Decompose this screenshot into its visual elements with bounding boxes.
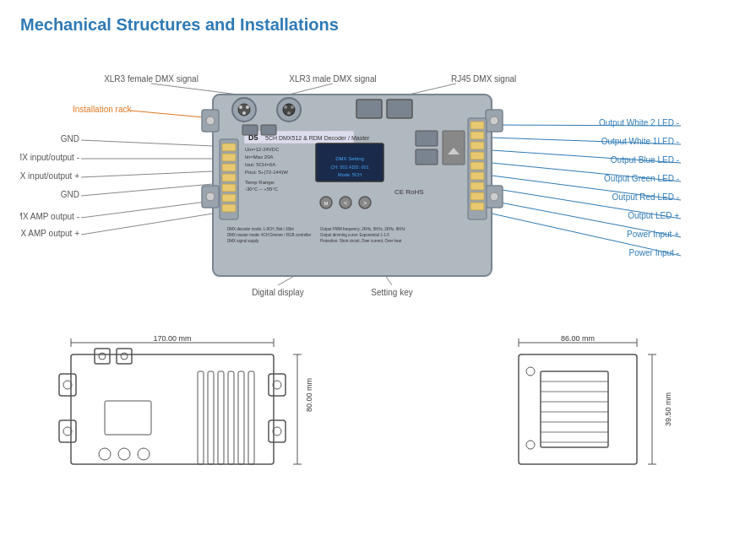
out-white2-label: Output White 2 LED - — [599, 118, 679, 127]
oled-display — [316, 143, 383, 181]
front-btn-1 — [99, 448, 111, 460]
sticker-block — [443, 131, 465, 165]
mount-left-top — [202, 110, 219, 132]
page-title: Mechanical Structures and Installations — [20, 15, 736, 35]
device-ch-text: 5CH DMX512 & RDM Decoder / Master — [265, 135, 370, 141]
conn-block-1 — [242, 125, 258, 135]
front-btn-2 — [118, 448, 130, 460]
xlr3-female-pin2 — [246, 105, 249, 109]
side-terminal-block — [541, 371, 608, 447]
out-red-line — [492, 176, 681, 200]
display-text1: DMX Setting — [335, 156, 364, 161]
in-terminal-7 — [222, 204, 236, 212]
xlr3-female-pin1 — [239, 105, 242, 109]
power-minus-label: Power Input - — [629, 248, 679, 257]
rj45-conn-left — [356, 100, 382, 118]
page: Mechanical Structures and Installations … — [0, 0, 756, 513]
gnd1-line — [81, 140, 213, 146]
terminal-1 — [470, 122, 484, 129]
xlr3-female-line — [151, 84, 238, 95]
main-diagram: XLR3 female DMX signal XLR3 male DMX sig… — [20, 46, 736, 325]
side-screw1 — [526, 367, 535, 376]
spec2: Iin=Max 20A — [245, 154, 274, 160]
mount-right-bottom-hole — [490, 192, 498, 201]
mount-left-top-hole — [206, 116, 215, 125]
gnd2-label: GND — [61, 190, 79, 199]
conn-block-2 — [261, 125, 276, 135]
in-terminal-4 — [222, 174, 236, 181]
desc5: Output dimming curve: Exponential 1-1-5 — [320, 233, 389, 237]
vent-slot-1 — [198, 371, 204, 464]
terminal-2 — [470, 132, 484, 139]
vent-slot-4 — [228, 371, 234, 464]
btn-left-label: < — [344, 200, 347, 206]
side-width-dim-label: 86.00 mm — [561, 334, 595, 343]
bottom-svg: 170.00 mm 80.00 mm 86. — [20, 333, 736, 498]
mount-right-top — [486, 110, 503, 132]
xlr3-female-inner — [238, 104, 250, 116]
spec3: Iout: 5CH×6A — [245, 162, 275, 167]
front-mount-left-top — [59, 374, 76, 396]
mount-right-bottom — [486, 186, 503, 208]
rj45-label: RJ45 DMX signal — [451, 74, 516, 84]
terminal-4 — [470, 152, 484, 160]
in-terminal-2 — [222, 154, 236, 161]
mount-right-top-hole — [490, 116, 498, 125]
installation-rack-label: Installation rack — [73, 105, 132, 114]
vent-slot-2 — [208, 371, 214, 464]
front-tab-mid-top — [117, 349, 132, 364]
terminal-7 — [470, 182, 484, 190]
display-text3: Mode: 5CH — [338, 172, 362, 177]
front-mount-right-bottom — [269, 420, 286, 442]
out-red-label: Output Red LED - — [612, 192, 679, 202]
device-body — [213, 95, 492, 276]
out-green-line — [492, 163, 681, 181]
terminal-3 — [470, 142, 484, 149]
side-screw2 — [526, 441, 535, 449]
out-white1-label: Output White 1LED - — [601, 137, 679, 146]
mount-left-bottom-hole — [206, 192, 215, 201]
front-tab-left-top — [95, 349, 110, 364]
dmx-block-1 — [416, 131, 438, 146]
desc2: DMX master mode: 4CH Dimmer / RGB contro… — [227, 233, 312, 237]
out-white1-line — [492, 138, 681, 144]
dmx-io-plus-label: DMX input/output + — [20, 171, 79, 181]
front-view-outline — [71, 354, 274, 464]
temp-range: Temp Range: — [245, 180, 275, 185]
power-plus-label: Power Input + — [627, 230, 679, 239]
power-minus-line — [492, 214, 681, 256]
vent-slot-3 — [218, 371, 224, 464]
front-tab-mid-top-hole — [121, 353, 128, 360]
mount-left-bottom — [202, 186, 219, 208]
desc4: Output PWM frequency: 2KHz, 5KHz, 2KHz, … — [320, 227, 406, 231]
out-led-plus-line — [492, 188, 681, 219]
front-tab-left-top-hole — [99, 353, 106, 360]
xlr3-male-inner — [283, 104, 295, 116]
rj45-line — [409, 84, 456, 95]
temp-value: -30°C ~ +55°C — [245, 187, 279, 192]
terminal-block-in — [220, 139, 238, 219]
out-green-label: Output Green LED - — [604, 174, 679, 183]
diagram-svg: XLR3 female DMX signal XLR3 male DMX sig… — [20, 46, 736, 325]
in-terminal-5 — [222, 184, 236, 192]
desc3: DMX signal supply — [227, 239, 259, 243]
gnd1-label: GND — [61, 134, 79, 143]
arrow-icon — [448, 148, 460, 154]
vent-slot-6 — [248, 371, 254, 464]
dmx-io-minus-label: DMX input/output - — [20, 153, 79, 162]
btn-m — [320, 197, 332, 208]
dmx-amp-plus-label: DMX AMP output + — [20, 229, 79, 238]
dmx-amp-minus-line — [81, 201, 213, 218]
desc1: DMX decoder mode: 1-9CH, 8bit / 16bit — [227, 227, 295, 231]
in-terminal-1 — [222, 143, 236, 151]
ce-rohs: CE RoHS — [394, 188, 424, 196]
xlr3-male-pin1 — [284, 105, 287, 109]
front-btn-3 — [138, 448, 150, 460]
setting-key-label: Setting key — [371, 288, 412, 297]
vent-slot-5 — [238, 371, 244, 464]
height-dim-label: 80.00 mm — [305, 378, 313, 412]
bottom-drawings: 170.00 mm 80.00 mm 86. — [20, 333, 736, 498]
power-plus-line — [492, 201, 681, 237]
xlr3-male-pin2 — [291, 105, 294, 109]
out-blue-line — [492, 150, 681, 163]
